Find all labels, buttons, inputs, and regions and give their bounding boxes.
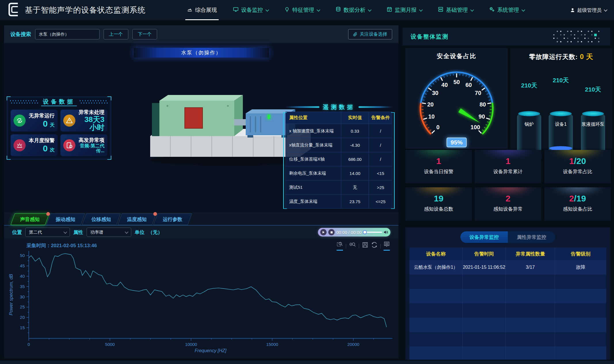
play-button[interactable] (320, 229, 327, 235)
nav-item-label: 设备监控 (241, 6, 263, 14)
svg-text:5000: 5000 (105, 342, 115, 347)
sense-tab-2[interactable]: 振动感知 (46, 214, 85, 225)
check-circle-icon (14, 115, 26, 127)
stat-glow (481, 150, 535, 156)
svg-text:45: 45 (20, 263, 25, 268)
monitor-tab-1[interactable]: 设备异常监控 (460, 231, 508, 243)
nav-item-1[interactable]: 综合展现 (180, 0, 224, 20)
next-device-button[interactable]: 下一个 (132, 29, 157, 39)
player-seek-slider[interactable] (363, 232, 382, 233)
spectrum-chart[interactable]: 050001000015000200001520253035404550Freq… (4, 249, 398, 355)
decor-wing-right (359, 106, 392, 108)
alarm-cell: 3/17 (506, 260, 555, 275)
chevron-down-icon (522, 8, 525, 12)
decor-dots-left (10, 100, 38, 104)
zero-fault-value: 0 (580, 53, 584, 60)
svg-text:60: 60 (466, 82, 472, 88)
stat-value: 1 (405, 156, 472, 166)
stat-glow (412, 150, 465, 156)
cylinder-label: 锅炉 (517, 121, 541, 127)
cylinder-top (582, 111, 604, 116)
svg-text:Frequency [HZ]: Frequency [HZ] (195, 348, 227, 353)
nav-item-6[interactable]: 基础管理 (431, 0, 480, 20)
device-search-input[interactable] (35, 29, 100, 39)
attribute-select[interactable]: 功率谱 (87, 228, 131, 237)
nav-item-3[interactable]: 特征管理 (277, 0, 326, 20)
telemetry-row: 剩余电压_泵体末端14.00<15 (286, 166, 392, 180)
sense-tab-3[interactable]: 位移感知 (82, 214, 121, 225)
alarm-table-header: 设备名称告警时间异常属性数量告警级别 (409, 247, 606, 260)
nav-item-7[interactable]: 系统管理 (482, 0, 531, 20)
device-data-title: 设备数据 (41, 98, 77, 106)
device-card-value: 0 次 (28, 144, 55, 153)
stat-card-1: 1设备当日报警 (405, 150, 472, 183)
cylinder-3: 210天浆液循环泵 (579, 61, 607, 160)
alarm-table-empty-row (409, 303, 606, 318)
stat-card-2: 1设备异常累计 (475, 150, 541, 183)
chevron-down-icon (317, 8, 321, 12)
stat-card-3: 1/20设备异常占比 (544, 150, 611, 183)
decor-dot-matrix (553, 29, 602, 44)
gears-icon (489, 7, 495, 14)
svg-text:40: 40 (20, 274, 25, 279)
nav-item-label: 综合展现 (195, 6, 217, 14)
telemetry-title: 遥测数据 (323, 103, 355, 111)
nav-item-4[interactable]: 数据分析 (329, 0, 377, 20)
svg-text:80: 80 (480, 101, 486, 108)
doc-alert-icon (63, 139, 75, 151)
zero-fault-unit: 天 (586, 53, 593, 60)
prev-device-button[interactable]: 上一个 (104, 29, 128, 39)
chevron-down-icon (470, 8, 474, 12)
stop-button[interactable] (328, 229, 335, 235)
alarm-cell: 2021-01-15 11:06:52 (463, 260, 506, 275)
cylinder-days: 210天 (579, 85, 607, 94)
device-card-value: 38天3小时 (78, 115, 104, 132)
nav-item-5[interactable]: 监测月报 (380, 0, 429, 20)
alarm-col-header: 异常属性数量 (506, 247, 555, 260)
device-data-panel: 设备数据 无异常运行0 天异常未处理38天3小时本月度报警0 次高发异常项音频-… (7, 97, 111, 159)
svg-text:90: 90 (478, 113, 485, 120)
volume-icon[interactable] (384, 230, 388, 235)
position-select[interactable]: 第二代 (25, 228, 70, 237)
telemetry-table: 属性位置实时值告警条件 x 轴加速度值_泵体末端0.33/x轴直流分量_泵体末端… (285, 112, 392, 209)
svg-text:70: 70 (475, 90, 481, 96)
device-card-value: 0 天 (28, 119, 55, 128)
player-time: 00:00 / 00:00 (336, 230, 362, 235)
focus-device-button[interactable]: 关注设备选择 (348, 29, 392, 39)
stat-glow (551, 150, 604, 156)
sense-tabs: 声音感知振动感知位移感知温度感知运行参数 (4, 212, 398, 226)
stat-glow (412, 187, 465, 194)
capture-time-label: 采集时间： (26, 243, 51, 248)
svg-text:95%: 95% (451, 139, 463, 146)
svg-text:100: 100 (470, 124, 480, 130)
alarm-table: 设备名称告警时间异常属性数量告警级别云酷水泵（勿操作1）2021-01-15 1… (409, 247, 606, 360)
decor-wing-left (285, 106, 319, 108)
3d-model-viewer[interactable]: 水泵（勿操作） (4, 43, 398, 212)
user-icon (570, 8, 575, 12)
top-navbar: 基于智能声学的设备状态监测系统 综合展现设备监控特征管理数据分析监测月报基础管理… (0, 0, 614, 20)
zero-fault-card: 零故障运行天数: 0 天 210天锅炉210天设备1210天浆液循环泵 (510, 48, 612, 149)
monitor-tab-2[interactable]: 属性异常监控 (508, 231, 555, 243)
nav-item-label: 数据分析 (344, 6, 365, 14)
alarm-monitor-panel: 设备异常监控属性异常监控 设备名称告警时间异常属性数量告警级别云酷水泵（勿操作1… (405, 227, 610, 360)
sense-tab-4[interactable]: 温度感知 (118, 214, 157, 225)
stat-value: 1/20 (544, 156, 611, 166)
sense-tab-5[interactable]: 运行参数 (153, 214, 192, 225)
attribute-label: 属性 (73, 229, 83, 236)
brand: 基于智能声学的设备状态监测系统 (7, 2, 146, 18)
cylinder-label: 设备1 (549, 121, 573, 127)
player-seek-thumb[interactable] (363, 230, 367, 234)
nav-item-2[interactable]: 设备监控 (226, 0, 275, 20)
cylinder-days: 210天 (547, 76, 575, 84)
sense-tab-1[interactable]: 声音感知 (11, 214, 49, 225)
svg-text:15: 15 (20, 325, 25, 330)
user-menu[interactable]: 超级管理员 (570, 7, 607, 14)
stat-label: 设备当日报警 (405, 168, 472, 175)
cylinder-1: 210天锅炉 (515, 61, 543, 160)
stat-value: 2/19 (544, 194, 611, 203)
telemetry-row: 测试51无>25 (286, 180, 392, 195)
device-data-card-4: 高发异常项音频-第二代传... (60, 134, 107, 156)
svg-text:20: 20 (20, 315, 25, 320)
device-data-card-3: 本月度报警0 次 (11, 134, 58, 156)
svg-text:0: 0 (28, 342, 30, 347)
